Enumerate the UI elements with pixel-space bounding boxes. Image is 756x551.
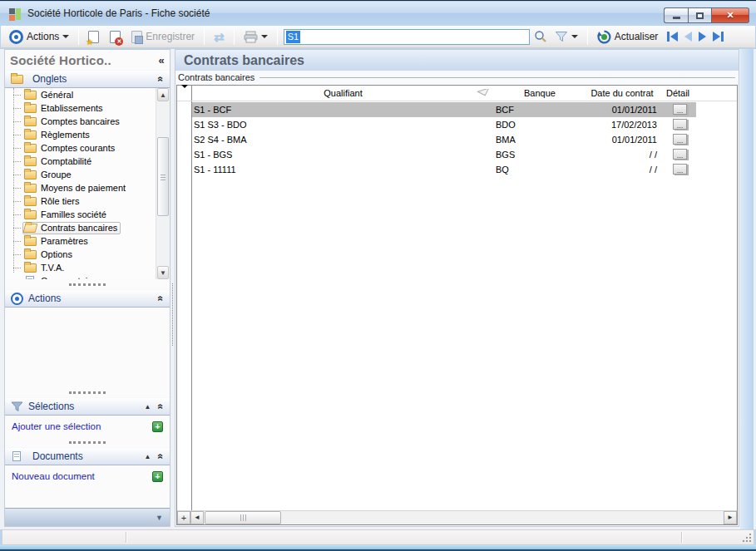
sidebar-item-options[interactable]: Options: [5, 248, 170, 261]
tree-scrollbar[interactable]: ▲ ▼: [156, 88, 170, 279]
sidebar-tab-label: T.V.A.: [41, 263, 64, 273]
window-bottom-border: [0, 545, 756, 551]
add-selection-link[interactable]: Ajouter une sélection: [12, 421, 101, 431]
next-record-button[interactable]: [699, 32, 706, 42]
page-title: Contrats bancaires: [184, 53, 304, 68]
sidebar-item-etablissements[interactable]: Etablissements: [5, 101, 170, 115]
detail-button[interactable]: ...: [673, 104, 687, 115]
sidebar-footer-bar[interactable]: ▼: [5, 508, 170, 526]
collapse-icon[interactable]: «: [156, 76, 167, 82]
scrollbar-track[interactable]: [281, 511, 724, 524]
section-header-actions[interactable]: Actions «: [5, 289, 170, 307]
sidebar-collapse-icon[interactable]: «: [159, 54, 165, 66]
sidebar-tab-label: Comptes bancaires: [41, 116, 120, 126]
scroll-left-icon[interactable]: ◄: [190, 511, 204, 524]
group-box-header: Contrats bancaires: [175, 71, 739, 84]
sidebar-item-moyens-de-paiement[interactable]: Moyens de paiement: [5, 181, 170, 194]
new-record-button[interactable]: [85, 29, 102, 45]
section-header-onglets[interactable]: Onglets «: [5, 70, 170, 88]
detail-button[interactable]: ...: [673, 119, 687, 130]
delete-record-button[interactable]: [106, 29, 124, 45]
first-record-button[interactable]: [667, 32, 678, 42]
add-row-button[interactable]: +: [177, 511, 190, 524]
toolbar-separator: [587, 28, 588, 45]
cell-qualifiant: S1 S3 - BDO: [194, 119, 247, 130]
sidebar-item-commentaires[interactable]: Commentaires: [5, 274, 170, 279]
close-button[interactable]: ✕: [712, 7, 749, 23]
toolbar-separator: [277, 28, 278, 45]
sidebar-item-t-v-a-[interactable]: T.V.A.: [5, 261, 170, 274]
last-record-button[interactable]: [713, 32, 724, 42]
section-splitter[interactable]: [5, 387, 170, 397]
sidebar-item-comptes-courants[interactable]: Comptes courants: [5, 141, 170, 155]
sidebar-tab-label: Etablissements: [41, 103, 103, 113]
folder-icon: [24, 263, 37, 273]
document-icon: [11, 451, 23, 461]
collapse-icon[interactable]: «: [156, 296, 167, 302]
sidebar-tab-label: Familles société: [41, 209, 106, 219]
filter-button[interactable]: [551, 29, 581, 44]
collapse-single-icon[interactable]: ▲: [144, 453, 151, 460]
sidebar-item-r-le-tiers[interactable]: Rôle tiers: [5, 194, 170, 208]
detail-button[interactable]: ...: [673, 164, 687, 175]
collapse-icon[interactable]: «: [156, 404, 167, 410]
sidebar-item-r-glements[interactable]: Règlements: [5, 128, 170, 141]
horizontal-scrollbar[interactable]: + ◄ ►: [177, 510, 737, 524]
sidebar-item-param-tres[interactable]: Paramètres: [5, 234, 170, 248]
resize-grip[interactable]: [742, 533, 752, 543]
title-bar[interactable]: Société Horticole de Paris - Fiche socié…: [0, 2, 756, 26]
search-icon[interactable]: [534, 30, 547, 43]
print-button[interactable]: [240, 29, 271, 45]
section-header-documents[interactable]: Documents ▲ «: [5, 447, 170, 465]
add-selection-plus-icon[interactable]: +: [152, 421, 163, 432]
sidebar-item-comptabilit-[interactable]: Comptabilité: [5, 155, 170, 168]
panel-splitter[interactable]: [172, 283, 173, 346]
detail-button[interactable]: ...: [673, 134, 687, 145]
scrollbar-thumb[interactable]: [157, 137, 169, 216]
save-button[interactable]: Enregistrer: [128, 29, 198, 45]
table-row[interactable]: S2 S4 - BMA BMA 01/01/2011 ...: [177, 132, 737, 147]
section-header-selections[interactable]: Sélections ▲ «: [5, 397, 170, 416]
column-header-qualifiant[interactable]: Qualifiant: [192, 86, 494, 101]
actualiser-button[interactable]: Actualiser: [594, 28, 662, 46]
sidebar-item-contrats-bancaires[interactable]: Contrats bancaires: [5, 221, 170, 234]
maximize-button[interactable]: [688, 7, 712, 23]
table-row[interactable]: S1 - 11111 BQ / / ...: [177, 162, 737, 177]
scroll-down-icon[interactable]: ▼: [157, 266, 169, 279]
table-row[interactable]: S1 - BGS BGS / / ...: [177, 147, 737, 162]
cell-date: / /: [586, 149, 657, 160]
row-selector-header[interactable]: [177, 86, 192, 101]
actions-menu-button[interactable]: Actions: [6, 28, 72, 46]
scrollbar-thumb[interactable]: [205, 511, 281, 524]
collapse-icon[interactable]: «: [156, 454, 167, 460]
new-document-plus-icon[interactable]: +: [152, 471, 163, 482]
table-row[interactable]: S1 S3 - BDO BDO 17/02/2013 ...: [177, 117, 737, 132]
sidebar-item-comptes-bancaires[interactable]: Comptes bancaires: [5, 115, 170, 128]
column-header-date[interactable]: Date du contrat: [586, 86, 659, 101]
search-input[interactable]: S1: [284, 29, 530, 45]
column-header-banque[interactable]: Banque: [494, 86, 586, 101]
refresh-button-disabled[interactable]: ⇄: [210, 29, 228, 45]
section-splitter[interactable]: [5, 279, 170, 289]
cell-qualifiant: S1 - 11111: [194, 164, 236, 175]
sidebar-item-g-n-ral[interactable]: Général: [5, 88, 170, 101]
status-bar: [2, 529, 754, 545]
sidebar-header[interactable]: Société Hortico.. «: [5, 50, 170, 70]
column-header-detail[interactable]: Détail: [659, 86, 697, 101]
sidebar-tab-label: Rôle tiers: [41, 196, 79, 206]
detail-button[interactable]: ...: [673, 149, 687, 160]
scroll-up-icon[interactable]: ▲: [157, 88, 169, 101]
scroll-right-icon[interactable]: ►: [724, 511, 737, 524]
sidebar-item-familles-soci-t-[interactable]: Familles société: [5, 208, 170, 221]
minimize-button[interactable]: [664, 7, 688, 23]
section-splitter[interactable]: [5, 437, 170, 447]
status-bar-divider: [681, 532, 683, 543]
folder-icon: [24, 116, 37, 126]
previous-record-button[interactable]: [684, 32, 692, 42]
sidebar-item-groupe[interactable]: Groupe: [5, 168, 170, 181]
folder-icon: [24, 143, 37, 153]
new-document-link[interactable]: Nouveau document: [12, 471, 95, 481]
footer-expand-icon[interactable]: ▼: [156, 514, 163, 522]
table-row[interactable]: S1 - BCF BCF 01/01/2011 ...: [177, 102, 737, 117]
collapse-single-icon[interactable]: ▲: [144, 403, 151, 411]
